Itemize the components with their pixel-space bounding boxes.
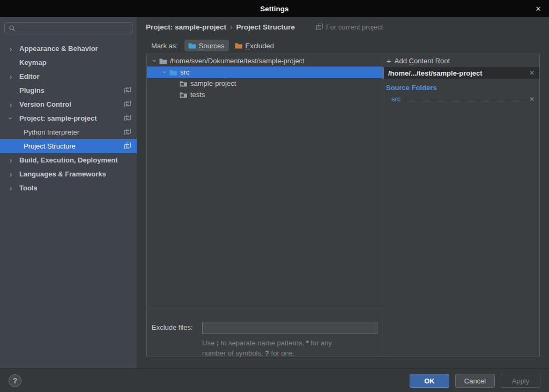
plus-icon: +: [387, 57, 391, 65]
content-root-entry[interactable]: /home/.../test/sample-project ✕: [382, 67, 539, 79]
exclude-files-label: Exclude files:: [152, 323, 193, 331]
search-icon: [9, 25, 16, 32]
apply-button[interactable]: Apply: [501, 374, 540, 388]
settings-sync-icon: [124, 101, 131, 107]
search-input[interactable]: [19, 24, 132, 33]
source-folder-entry[interactable]: src ✕: [391, 94, 535, 103]
settings-sidebar: Appearance & Behavior Keymap Editor Plug…: [0, 17, 137, 368]
sidebar-item-languages-frameworks[interactable]: Languages & Frameworks: [0, 167, 137, 181]
tree-row-content-root[interactable]: /home/sven/Dokumente/test/sample-project: [147, 55, 382, 66]
for-current-project-icon: [316, 24, 323, 30]
chevron-down-icon[interactable]: [7, 111, 14, 125]
source-folder-icon: [169, 68, 177, 77]
sidebar-item-editor[interactable]: Editor: [0, 69, 137, 83]
scope-note-label: For current project: [326, 23, 383, 31]
scope-note: For current project: [316, 23, 383, 31]
sidebar-item-appearance-behavior[interactable]: Appearance & Behavior: [0, 41, 137, 55]
sidebar-item-keymap[interactable]: Keymap: [0, 55, 137, 69]
chevron-right-icon[interactable]: [7, 97, 14, 111]
chevron-right-icon[interactable]: [7, 181, 14, 195]
sidebar-item-plugins[interactable]: Plugins: [0, 83, 137, 97]
chevron-down-icon[interactable]: [150, 57, 159, 65]
tree-row-label: src: [180, 68, 189, 76]
sidebar-item-tools[interactable]: Tools: [0, 181, 137, 195]
settings-sync-icon: [124, 129, 131, 135]
cancel-button[interactable]: Cancel: [455, 374, 495, 388]
titlebar: Settings ✕: [0, 0, 549, 17]
content-root-tree: /home/sven/Dokumente/test/sample-project…: [147, 54, 382, 357]
settings-nav: Appearance & Behavior Keymap Editor Plug…: [0, 41, 137, 195]
remove-source-folder-icon[interactable]: ✕: [529, 95, 535, 103]
folder-icon: [159, 57, 167, 65]
folder-icon: [179, 91, 188, 99]
project-structure-panel: /home/sven/Dokumente/test/sample-project…: [146, 54, 540, 357]
add-content-root-button[interactable]: + Add Content Root: [382, 55, 539, 67]
tree-row-src[interactable]: src: [147, 66, 382, 78]
help-button[interactable]: ?: [9, 374, 21, 387]
tree-row-label: /home/sven/Dokumente/test/sample-project: [170, 57, 305, 65]
content-root-path: /home/.../test/sample-project: [388, 69, 529, 77]
exclude-files-input[interactable]: [202, 322, 377, 334]
sidebar-item-project-sample-project[interactable]: Project: sample-project: [0, 111, 137, 125]
chevron-right-icon[interactable]: [7, 41, 14, 55]
source-folders-heading: Source Folders: [386, 84, 539, 92]
chevron-right-icon[interactable]: [7, 167, 14, 181]
mark-as-toolbar: Mark as: Sources Excluded: [137, 38, 549, 54]
exclude-files-section: Exclude files: Use ; to separate name pa…: [147, 308, 382, 357]
breadcrumb-project[interactable]: Project: sample-project: [146, 23, 226, 31]
excluded-folder-icon: [234, 41, 243, 50]
tree-row-tests[interactable]: tests: [147, 89, 382, 100]
mark-as-sources-button[interactable]: Sources: [184, 40, 229, 51]
settings-search[interactable]: [4, 22, 132, 34]
settings-sync-icon: [124, 115, 131, 121]
ok-button[interactable]: OK: [410, 374, 449, 388]
folder-icon: [179, 79, 188, 88]
tree-row-label: sample-project: [190, 79, 236, 87]
breadcrumb-page: Project Structure: [236, 23, 295, 31]
chevron-right-icon[interactable]: [7, 153, 14, 167]
settings-dialog: Settings ✕ Appearance & Behavior Keymap …: [0, 0, 549, 392]
dialog-title: Settings: [260, 5, 288, 13]
breadcrumb: Project: sample-project › Project Struct…: [137, 17, 549, 36]
sidebar-item-build-execution-deployment[interactable]: Build, Execution, Deployment: [0, 153, 137, 167]
settings-sync-icon: [124, 143, 131, 149]
tree-row-label: tests: [190, 91, 205, 99]
mark-as-label: Mark as:: [151, 42, 178, 50]
close-icon[interactable]: ✕: [532, 0, 544, 17]
content-roots-panel: + Add Content Root /home/.../test/sample…: [382, 54, 539, 357]
sources-folder-icon: [188, 41, 196, 50]
chevron-right-icon[interactable]: [7, 69, 14, 83]
source-folder-name: src: [391, 95, 400, 103]
exclude-files-hint: Use ; to separate name patterns, * for a…: [202, 338, 332, 358]
breadcrumb-separator: ›: [230, 23, 232, 31]
sidebar-item-project-structure[interactable]: Project Structure: [0, 139, 137, 153]
sidebar-item-version-control[interactable]: Version Control: [0, 97, 137, 111]
settings-sync-icon: [124, 87, 131, 93]
tree-row-sample-project[interactable]: sample-project: [147, 78, 382, 89]
remove-content-root-icon[interactable]: ✕: [529, 69, 535, 77]
dotted-leader: [403, 94, 526, 101]
dialog-footer: ? OK Cancel Apply: [0, 368, 549, 392]
sidebar-item-python-interpreter[interactable]: Python Interpreter: [0, 125, 137, 139]
mark-as-excluded-button[interactable]: Excluded: [231, 40, 278, 51]
chevron-down-icon[interactable]: [160, 68, 169, 76]
